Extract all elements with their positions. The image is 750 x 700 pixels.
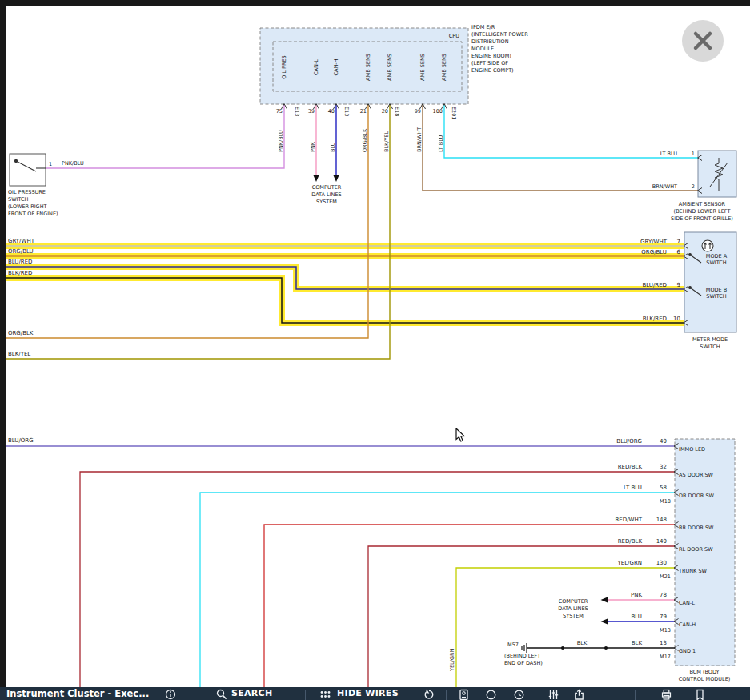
wire-blk-red[interactable] xyxy=(6,278,684,323)
svg-text:40: 40 xyxy=(328,108,335,115)
svg-text:RED/BLK: RED/BLK xyxy=(618,464,643,470)
diagram-canvas[interactable]: CPU IPDM E/R (INTELLIGENT POWER DISTRIBU… xyxy=(0,0,750,700)
svg-text:78: 78 xyxy=(660,592,667,598)
svg-text:FRONT OF ENGINE): FRONT OF ENGINE) xyxy=(8,211,58,217)
svg-text:YEL/GRN: YEL/GRN xyxy=(617,560,642,566)
svg-text:39: 39 xyxy=(308,108,315,115)
svg-text:BRN/WHT: BRN/WHT xyxy=(416,127,423,152)
svg-text:CAN-H: CAN-H xyxy=(679,622,696,628)
svg-text:IMMO LED: IMMO LED xyxy=(679,446,705,453)
mouse-cursor xyxy=(455,428,469,444)
svg-text:DATA LINES: DATA LINES xyxy=(311,191,341,198)
circle-icon[interactable] xyxy=(485,689,497,700)
oil-switch-label: OIL PRESSURE SWITCH (LOWER RIGHT FRONT O… xyxy=(8,189,58,217)
svg-text:LT BLU: LT BLU xyxy=(438,135,444,152)
oil-switch-wire-label: PNK/BLU xyxy=(62,160,84,167)
svg-text:13: 13 xyxy=(660,640,667,646)
ambient-sensor-box[interactable] xyxy=(698,151,736,197)
print-icon[interactable] xyxy=(660,689,672,700)
wire-brn-wht[interactable] xyxy=(423,104,698,191)
wire-red-blk-as[interactable] xyxy=(80,472,675,689)
svg-text:SIDE OF FRONT GRILLE): SIDE OF FRONT GRILLE) xyxy=(671,215,733,222)
ipdm-cpu-label: CPU xyxy=(449,33,459,39)
svg-text:9: 9 xyxy=(677,282,680,288)
wire-pnk-blu[interactable] xyxy=(46,104,284,168)
meter-right-labels: GRY/WHT 7 ORG/BLU 6 BLU/RED 9 BLK/RED 10 xyxy=(640,239,680,322)
wire-red-wht-rr[interactable] xyxy=(264,525,675,689)
wire-org-blk[interactable] xyxy=(6,104,368,338)
mid-left-label-orgblk: ORG/BLK xyxy=(8,330,34,336)
cdl-bottom-arrows xyxy=(601,597,608,625)
search-button[interactable]: SEARCH xyxy=(231,688,273,698)
wire-lt-blu-dr[interactable] xyxy=(200,493,675,689)
svg-text:BLU: BLU xyxy=(632,614,642,620)
ipdm-box[interactable] xyxy=(260,28,468,104)
ground-id: M57 xyxy=(507,642,519,648)
svg-text:E13: E13 xyxy=(294,107,300,116)
svg-text:E201: E201 xyxy=(451,107,457,120)
cdl-top-arrows xyxy=(314,175,339,182)
undo-icon[interactable] xyxy=(423,689,434,700)
arrow-down-icon xyxy=(334,175,339,182)
svg-text:MODULE: MODULE xyxy=(471,46,494,52)
ambient-label: AMBIENT SENSOR (BEHIND LOWER LEFT SIDE O… xyxy=(671,201,733,222)
svg-text:DISTRIBUTION: DISTRIBUTION xyxy=(471,38,509,45)
svg-text:PNK: PNK xyxy=(310,141,316,152)
search-icon[interactable] xyxy=(216,689,227,700)
hide-wires-button[interactable]: HIDE WIRES xyxy=(337,688,399,698)
svg-text:ENGINE ROOM): ENGINE ROOM) xyxy=(471,53,511,59)
svg-text:6: 6 xyxy=(677,249,681,255)
svg-text:M13: M13 xyxy=(660,627,671,634)
arrow-left-icon xyxy=(601,619,608,625)
svg-text:149: 149 xyxy=(656,538,667,545)
svg-text:148: 148 xyxy=(656,517,667,523)
svg-text:130: 130 xyxy=(656,560,667,566)
svg-text:SYSTEM: SYSTEM xyxy=(563,613,584,619)
wiring-diagram-viewer: CPU IPDM E/R (INTELLIGENT POWER DISTRIBU… xyxy=(0,0,750,700)
diagram-title: Instrument Cluster - Exec... xyxy=(6,688,149,699)
history-clock-icon[interactable] xyxy=(513,689,525,700)
window-frame-left xyxy=(0,0,6,700)
pin-arrows xyxy=(282,104,703,651)
svg-text:AMB SENS: AMB SENS xyxy=(441,54,447,81)
ambient-pin1: 1 xyxy=(692,151,695,157)
svg-text:TRUNK SW: TRUNK SW xyxy=(678,568,708,574)
svg-text:ORG/BLU: ORG/BLU xyxy=(641,249,667,255)
svg-text:20: 20 xyxy=(382,108,388,115)
contact-card-icon[interactable] xyxy=(458,689,470,700)
wire-yel-grn[interactable] xyxy=(456,568,675,689)
svg-text:RED/BLK: RED/BLK xyxy=(618,538,643,545)
wire-lt-blu[interactable] xyxy=(444,104,698,158)
info-icon[interactable] xyxy=(165,689,176,700)
svg-text:AMB SENS: AMB SENS xyxy=(387,54,393,81)
svg-text:7: 7 xyxy=(677,239,680,245)
svg-text:OIL PRESSURE: OIL PRESSURE xyxy=(8,189,46,195)
svg-text:M17: M17 xyxy=(660,654,671,660)
hide-wires-icon[interactable] xyxy=(319,689,331,700)
share-icon[interactable] xyxy=(573,689,585,700)
svg-text:ORG/BLK: ORG/BLK xyxy=(362,128,368,152)
toolbar-separator xyxy=(305,690,306,700)
svg-text:COMPUTER: COMPUTER xyxy=(559,598,588,605)
sliders-icon[interactable] xyxy=(547,689,559,700)
svg-text:METER MODE: METER MODE xyxy=(692,336,728,343)
svg-text:(LOWER RIGHT: (LOWER RIGHT xyxy=(8,203,47,210)
svg-text:BLU/ORG: BLU/ORG xyxy=(616,438,642,445)
arrow-down-icon xyxy=(314,175,319,182)
svg-text:(INTELLIGENT POWER: (INTELLIGENT POWER xyxy=(471,31,528,38)
close-button[interactable] xyxy=(682,20,724,62)
svg-text:21: 21 xyxy=(360,108,367,115)
ipdm-wire-name-labels: PNK/BLU PNK BLU ORG/BLK BLK/YEL BRN/WHT … xyxy=(278,127,444,152)
bcm-left-label: BLU/ORG xyxy=(8,437,34,444)
gnd-mid-wire-label: BLK xyxy=(577,640,588,646)
svg-text:BLK: BLK xyxy=(632,640,643,646)
svg-text:AMB SENS: AMB SENS xyxy=(365,54,371,81)
bottom-toolbar: Instrument Cluster - Exec... SEARCH HIDE… xyxy=(0,687,750,700)
ipdm-title: IPDM E/R (INTELLIGENT POWER DISTRIBUTION… xyxy=(471,24,528,74)
svg-text:99: 99 xyxy=(415,108,421,115)
save-bookmark-icon[interactable] xyxy=(694,689,706,700)
cdl-bottom-label: COMPUTER DATA LINES SYSTEM xyxy=(558,598,588,619)
svg-text:BLK/RED: BLK/RED xyxy=(8,270,32,276)
ground-location-label: (BEHIND LEFT END OF DASH) xyxy=(504,653,543,666)
oil-pressure-switch-box[interactable] xyxy=(10,154,46,186)
